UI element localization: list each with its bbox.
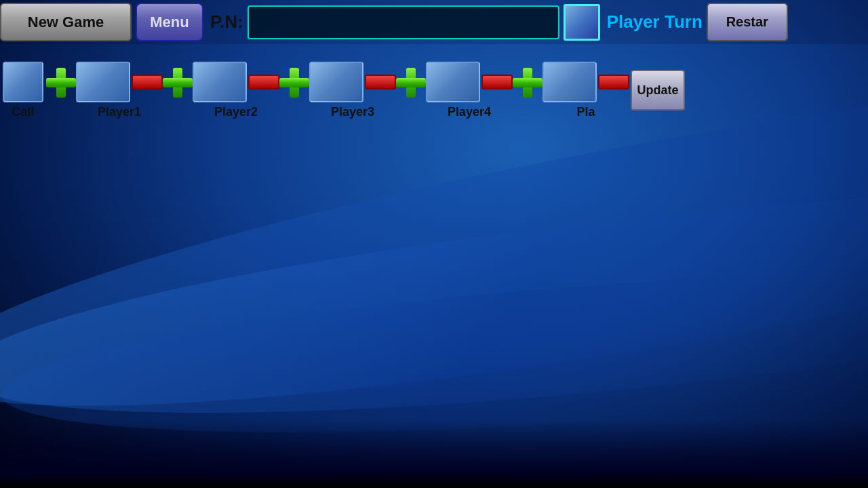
player-turn-label: Player Turn <box>607 12 703 33</box>
player2-score-box[interactable] <box>193 62 247 102</box>
player4-group: Player4 <box>426 62 513 119</box>
player5-group: Pla <box>542 62 629 119</box>
call-score-box[interactable] <box>3 62 43 102</box>
player1-minus-button[interactable] <box>132 75 163 89</box>
color-selector-box[interactable] <box>564 4 600 41</box>
new-game-button[interactable]: New Game <box>0 3 132 41</box>
player1-group: Player1 <box>76 62 163 119</box>
player5-plus-icon[interactable] <box>513 68 542 98</box>
update-button[interactable]: Update <box>631 70 685 110</box>
pn-label: P.N: <box>210 12 243 33</box>
menu-button[interactable]: Menu <box>136 3 203 41</box>
player1-score-box[interactable] <box>76 62 130 102</box>
player3-plus-icon[interactable] <box>279 68 309 98</box>
player4-label: Player4 <box>448 105 491 119</box>
player3-group: Player3 <box>309 62 396 119</box>
call-group: Call <box>0 62 46 119</box>
restart-button[interactable]: Restar <box>707 3 788 41</box>
call-plus-icon[interactable] <box>46 68 76 98</box>
player3-score-box[interactable] <box>309 62 363 102</box>
player2-label: Player2 <box>214 105 258 119</box>
player3-label: Player3 <box>331 105 374 119</box>
player2-plus-icon[interactable] <box>163 68 193 98</box>
player3-minus-button[interactable] <box>365 75 396 89</box>
player4-plus-icon[interactable] <box>396 68 426 98</box>
player2-minus-button[interactable] <box>248 75 279 89</box>
player5-minus-button[interactable] <box>598 75 629 89</box>
top-bar: New Game Menu P.N: Player Turn Restar <box>0 0 868 44</box>
player-row: Call Player1 Player2 <box>0 46 868 134</box>
player5-label: Pla <box>576 105 595 119</box>
call-label: Call <box>12 105 34 119</box>
ui-layer: New Game Menu P.N: Player Turn Restar Ca… <box>0 0 868 488</box>
player1-label: Player1 <box>98 105 141 119</box>
player5-score-box[interactable] <box>542 62 597 102</box>
player2-group: Player2 <box>193 62 279 119</box>
player4-minus-button[interactable] <box>481 75 513 89</box>
player4-score-box[interactable] <box>426 62 480 102</box>
update-col: Update <box>629 70 686 110</box>
pn-input[interactable] <box>248 5 559 39</box>
